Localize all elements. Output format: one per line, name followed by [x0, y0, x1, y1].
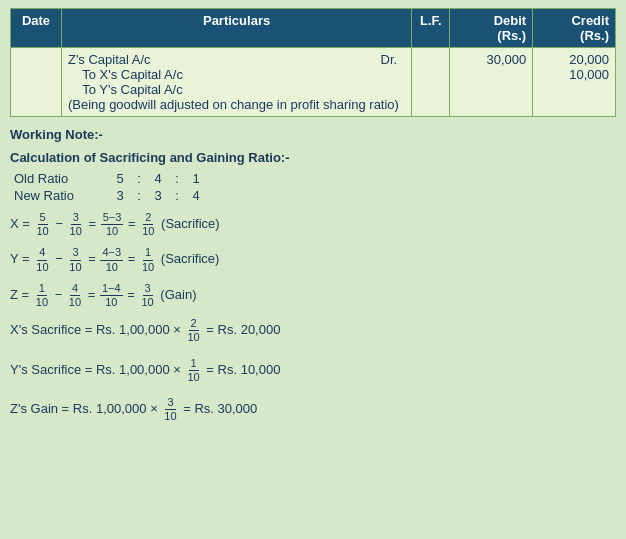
- xs-sacrifice-line: X's Sacrifice = Rs. 1,00,000 × 210 = Rs.…: [10, 317, 616, 344]
- z-formula-line: Z = 110 − 410 = 1−410 = 310 (Gain): [10, 282, 616, 309]
- ys-sacrifice-line: Y's Sacrifice = Rs. 1,00,000 × 110 = Rs.…: [10, 357, 616, 384]
- header-date: Date: [11, 9, 62, 48]
- y-frac4: 110: [140, 246, 156, 273]
- x-frac2: 310: [68, 211, 84, 238]
- z-frac4: 310: [139, 282, 155, 309]
- y-frac2: 310: [67, 246, 83, 273]
- old-y: 4: [147, 171, 169, 186]
- lf-cell: [412, 48, 450, 117]
- new-colon1: :: [131, 188, 147, 203]
- y-equals1: =: [88, 252, 99, 267]
- working-note-title: Working Note:-: [10, 127, 616, 142]
- x-label: X =: [10, 216, 34, 231]
- xs-sacrifice-value: = Rs. 20,000: [206, 322, 280, 337]
- ys-sacrifice-label: Y's Sacrifice = Rs. 1,00,000 ×: [10, 362, 184, 377]
- credit2: 10,000: [569, 67, 609, 82]
- y-result: (Sacrifice): [161, 252, 220, 267]
- x-equals1: =: [88, 216, 99, 231]
- new-z: 4: [185, 188, 207, 203]
- header-credit: Credit(Rs.): [533, 9, 616, 48]
- debit-amount: 30,000: [450, 48, 533, 117]
- new-ratio-label-2: New Ratio: [14, 188, 109, 203]
- y-label: Y =: [10, 252, 33, 267]
- particulars-cell: Z's Capital A/c Dr. To X's Capital A/c T…: [61, 48, 411, 117]
- z-equals1: =: [88, 287, 99, 302]
- header-lf: L.F.: [412, 9, 450, 48]
- z-minus1: −: [55, 287, 66, 302]
- y-equals2: =: [128, 252, 139, 267]
- z-label: Z =: [10, 287, 33, 302]
- xs-frac: 210: [185, 317, 201, 344]
- entry-main: Z's Capital A/c: [68, 52, 151, 67]
- new-x: 3: [109, 188, 131, 203]
- x-minus1: −: [55, 216, 66, 231]
- y-frac3: 4−310: [100, 246, 123, 273]
- z-equals2: =: [127, 287, 138, 302]
- z-frac1: 110: [34, 282, 50, 309]
- journal-table: Date Particulars L.F. Debit(Rs.) Credit(…: [10, 8, 616, 117]
- old-x: 5: [109, 171, 131, 186]
- old-z: 1: [185, 171, 207, 186]
- y-formula-line: Y = 410 − 310 = 4−310 = 110 (Sacrifice): [10, 246, 616, 273]
- ys-frac: 110: [185, 357, 201, 384]
- working-section: Working Note:- Calculation of Sacrificin…: [0, 117, 626, 445]
- old-colon1: :: [131, 171, 147, 186]
- journal-table-wrapper: Date Particulars L.F. Debit(Rs.) Credit(…: [0, 0, 626, 117]
- zs-gain-label: Z's Gain = Rs. 1,00,000 ×: [10, 401, 161, 416]
- new-colon2: :: [169, 188, 185, 203]
- calc-title: Calculation of Sacrificing and Gaining R…: [10, 150, 616, 165]
- x-frac4: 210: [140, 211, 156, 238]
- date-cell: [11, 48, 62, 117]
- z-result: (Gain): [160, 287, 196, 302]
- old-colon2: :: [169, 171, 185, 186]
- x-equals2: =: [128, 216, 139, 231]
- credit-amounts: 20,000 10,000: [533, 48, 616, 117]
- z-frac3: 1−410: [100, 282, 123, 309]
- x-frac3: 5−310: [101, 211, 124, 238]
- entry-sub2: To Y's Capital A/c: [82, 82, 183, 97]
- zs-gain-value: = Rs. 30,000: [183, 401, 257, 416]
- x-formula-line: X = 510 − 310 = 5−310 = 210 (Sacrifice): [10, 211, 616, 238]
- header-particulars: Particulars: [61, 9, 411, 48]
- zs-frac: 310: [162, 396, 178, 423]
- y-frac1: 410: [34, 246, 50, 273]
- x-frac1: 510: [35, 211, 51, 238]
- dr-label: Dr.: [381, 52, 398, 67]
- z-frac2: 410: [67, 282, 83, 309]
- entry-sub1: To X's Capital A/c: [82, 67, 183, 82]
- ys-sacrifice-value: = Rs. 10,000: [206, 362, 280, 377]
- new-y: 3: [147, 188, 169, 203]
- ratio-display: Old Ratio 5 : 4 : 1 New Ratio 3 : 3 : 4: [10, 171, 616, 203]
- old-ratio-label-2: Old Ratio: [14, 171, 109, 186]
- x-result: (Sacrifice): [161, 216, 220, 231]
- new-ratio-line: New Ratio 3 : 3 : 4: [14, 188, 616, 203]
- y-minus1: −: [55, 252, 66, 267]
- narration: (Being goodwill adjusted on change in pr…: [68, 97, 399, 112]
- credit1: 20,000: [569, 52, 609, 67]
- journal-row: Z's Capital A/c Dr. To X's Capital A/c T…: [11, 48, 616, 117]
- header-debit: Debit(Rs.): [450, 9, 533, 48]
- zs-gain-line: Z's Gain = Rs. 1,00,000 × 310 = Rs. 30,0…: [10, 396, 616, 423]
- old-ratio-line: Old Ratio 5 : 4 : 1: [14, 171, 616, 186]
- xs-sacrifice-label: X's Sacrifice = Rs. 1,00,000 ×: [10, 322, 184, 337]
